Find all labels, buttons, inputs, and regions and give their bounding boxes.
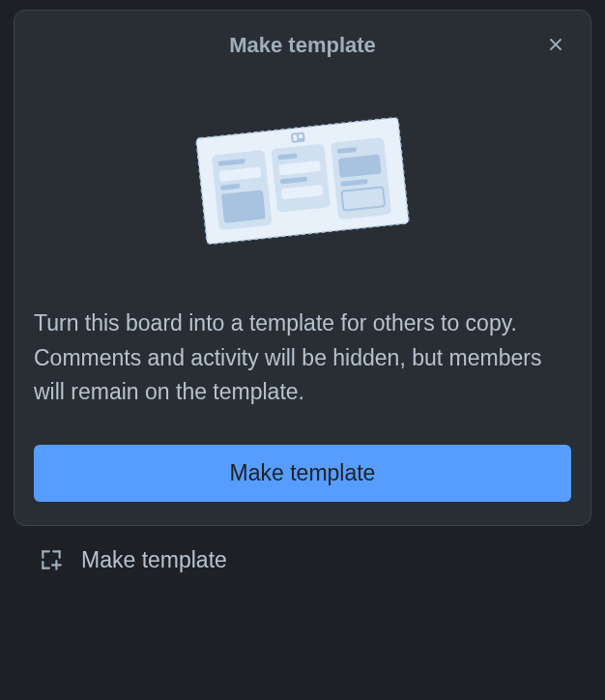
svg-rect-10 [221, 190, 266, 222]
dialog-description: Turn this board into a template for othe… [34, 306, 571, 410]
template-board-illustration [34, 113, 571, 248]
dialog-header: Make template [34, 26, 571, 65]
svg-rect-4 [293, 134, 298, 140]
close-button[interactable] [540, 30, 571, 61]
template-add-icon [39, 547, 64, 572]
menu-item-label: Make template [81, 547, 227, 573]
svg-rect-3 [291, 132, 305, 143]
close-icon [546, 35, 565, 57]
make-template-dialog: Make template [14, 10, 591, 526]
menu-item-make-template[interactable]: Make template [0, 526, 605, 573]
svg-rect-5 [299, 134, 302, 138]
make-template-button[interactable]: Make template [34, 445, 571, 502]
dialog-title: Make template [229, 33, 376, 58]
